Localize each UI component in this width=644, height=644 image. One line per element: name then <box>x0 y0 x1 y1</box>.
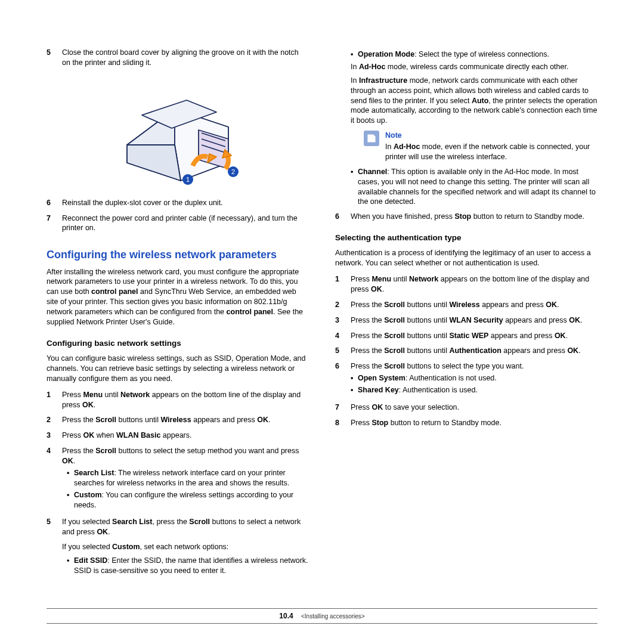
b: Shared Key <box>358 386 399 394</box>
step-number: 1 <box>47 390 62 410</box>
t: to save your selection. <box>383 403 459 411</box>
auth-step-3: 3 Press the Scroll buttons until WLAN Se… <box>335 315 597 326</box>
bullet-dot-icon: • <box>67 556 74 576</box>
t: appears and press <box>191 416 258 424</box>
b: OK <box>257 416 268 424</box>
t: In <box>351 63 359 71</box>
t: appears and press <box>501 346 568 355</box>
step-text: Reconnect the power cord and printer cab… <box>62 213 309 234</box>
t: . <box>382 285 384 293</box>
auth-step-1: 1 Press Menu until Network appears on th… <box>335 274 597 295</box>
t: Press <box>62 431 83 439</box>
bullet-text: Open System: Authentication is not used. <box>358 373 597 383</box>
t: Press <box>351 275 371 283</box>
bold: control panel <box>91 287 138 296</box>
t: when <box>94 431 116 439</box>
bold: control panel <box>227 308 273 316</box>
step-text: Press OK when WLAN Basic appears. <box>62 431 309 441</box>
step-number: 6 <box>335 361 351 397</box>
auth-step-6: 6 Press the Scroll buttons to select the… <box>335 361 597 397</box>
b: Network <box>120 391 150 399</box>
basic-step-2: 2 Press the Scroll buttons until Wireles… <box>47 415 309 425</box>
bullet-operation-mode: • Operation Mode: Select the type of wir… <box>351 49 597 60</box>
b: Custom <box>74 491 102 499</box>
basic-step-3: 3 Press OK when WLAN Basic appears. <box>47 431 309 441</box>
t: Press <box>351 419 371 427</box>
chapter-label: <Installing accessories> <box>301 613 365 620</box>
b: Stop <box>371 419 388 427</box>
bullet-dot-icon: • <box>351 167 358 208</box>
b: OK <box>569 316 580 324</box>
b: Authentication <box>449 346 501 355</box>
b: OK <box>371 285 382 293</box>
basic-step-5: 5 If you selected Search List, press the… <box>47 517 309 577</box>
b: Scroll <box>384 316 405 324</box>
step-text: Close the control board cover by alignin… <box>62 48 309 68</box>
b: OK <box>62 457 73 465</box>
page-footer: 10.4 <Installing accessories> <box>47 608 597 624</box>
bullet-shared-key: • Shared Key: Authentication is used. <box>351 385 597 395</box>
t: . <box>580 316 582 324</box>
auth-step-8: 8 Press Stop button to return to Standby… <box>335 418 597 428</box>
step-number: 5 <box>47 517 62 577</box>
step-number: 3 <box>47 431 62 441</box>
b: Channel <box>358 168 387 176</box>
step-5: 5 Close the control board cover by align… <box>47 48 309 68</box>
b: WLAN Security <box>449 316 503 324</box>
t: button to return to Standby mode. <box>471 212 584 221</box>
bullet-text: Channel: This option is available only i… <box>358 167 597 208</box>
b: OK <box>567 346 578 355</box>
b: Menu <box>371 275 391 283</box>
b: Open System <box>358 374 405 382</box>
t: button to return to Standby mode. <box>388 419 501 427</box>
infra-desc: In Infrastructure mode, network cards co… <box>351 76 597 126</box>
step-text: Press OK to save your selection. <box>351 402 597 413</box>
printer-illustration: 1 2 <box>47 73 309 190</box>
t: : Authentication is not used. <box>405 374 497 382</box>
t: buttons to select the type you want. <box>405 362 524 370</box>
step-number: 7 <box>47 213 62 234</box>
step-text: Press Menu until Network appears on the … <box>351 274 597 295</box>
manual-page: 5 Close the control board cover by align… <box>0 0 644 644</box>
b: OK <box>546 301 557 309</box>
note-title: Note <box>385 131 597 141</box>
b: Network <box>409 275 438 283</box>
bullet-text: Search List: The wireless network interf… <box>74 468 309 488</box>
sub-intro: You can configure basic wireless setting… <box>47 354 309 384</box>
t: If you selected <box>62 518 112 526</box>
b: OK <box>82 401 94 409</box>
t: Press the <box>351 362 384 370</box>
bullet-text: Operation Mode: Select the type of wirel… <box>358 49 597 60</box>
t: . <box>268 416 270 424</box>
step-text: Press the Scroll buttons to select the t… <box>351 361 597 397</box>
note-body: In Ad-Hoc mode, even if the network cabl… <box>385 142 597 162</box>
b: Wireless <box>449 301 479 309</box>
t: . <box>94 401 95 409</box>
step-text: Press the Scroll buttons until WLAN Secu… <box>351 315 597 326</box>
step-number: 4 <box>47 446 62 512</box>
t: Press the <box>62 416 95 424</box>
bullet-open-system: • Open System: Authentication is not use… <box>351 373 597 383</box>
t: Press the <box>351 301 384 309</box>
step-text: Press the Scroll buttons until Static WE… <box>351 331 597 341</box>
subheading-auth-type: Selecting the authentication type <box>335 233 597 243</box>
t: buttons to select the setup method you w… <box>116 447 299 455</box>
t: . <box>73 457 75 465</box>
b: Custom <box>112 543 140 551</box>
step-text: Press Stop button to return to Standby m… <box>351 418 597 428</box>
basic-step-1: 1 Press Menu until Network appears on th… <box>47 390 309 410</box>
step-text: When you have finished, press Stop butto… <box>351 212 597 222</box>
b: Static WEP <box>449 332 488 340</box>
b: Scroll <box>384 346 405 355</box>
note-content: Note In Ad-Hoc mode, even if the network… <box>385 131 597 162</box>
right-column: • Operation Mode: Select the type of wir… <box>335 48 597 583</box>
b: OK <box>555 332 566 340</box>
b: Stop <box>454 212 471 221</box>
t: buttons until <box>405 301 449 309</box>
b: Ad-Hoc <box>394 143 420 151</box>
b: Scroll <box>384 362 405 370</box>
t: If you selected <box>62 543 112 551</box>
t: mode, wireless cards communicate directl… <box>385 63 568 71</box>
bullet-text: Custom: You can configure the wireless s… <box>74 490 309 510</box>
t: . <box>108 528 110 536</box>
